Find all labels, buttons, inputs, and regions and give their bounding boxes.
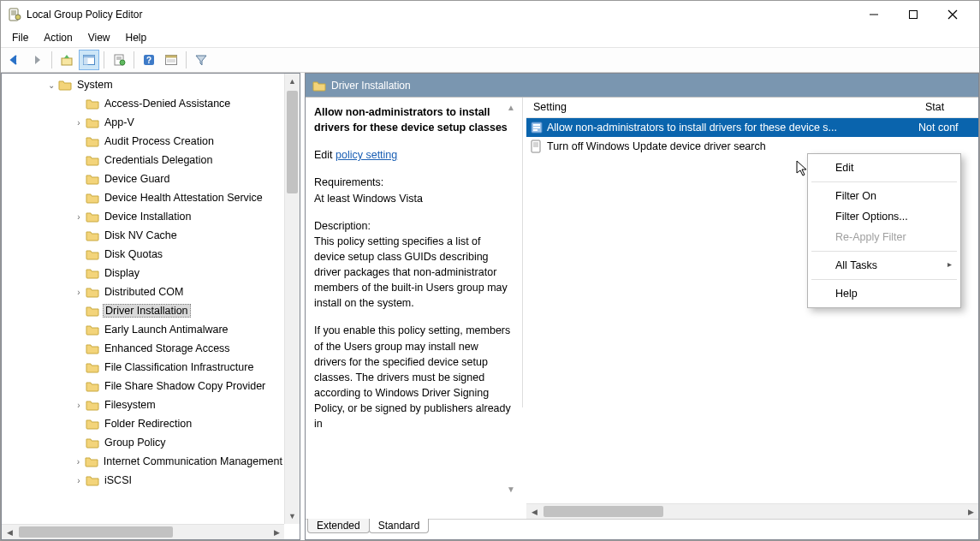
scroll-up-hint-icon[interactable]: ▲ [504, 101, 518, 115]
folder-icon [86, 379, 99, 393]
tree-item-label: File Classification Infrastructure [103, 361, 255, 373]
context-menu-item[interactable]: Filter Options... [810, 206, 959, 227]
tree-item-label: Group Policy [103, 437, 168, 449]
tree-item[interactable]: Device Guard [2, 169, 284, 188]
scroll-right-icon[interactable]: ▶ [269, 525, 284, 539]
folder-icon [86, 247, 99, 261]
title-bar: Local Group Policy Editor [1, 1, 979, 28]
list-horizontal-scrollbar[interactable]: ◀▶ [526, 503, 978, 519]
tree-item-label: Disk Quotas [103, 248, 164, 260]
tree-item[interactable]: ›iSCSI [2, 471, 284, 490]
scroll-thumb[interactable] [19, 526, 173, 538]
svg-rect-12 [84, 58, 88, 65]
tree-item[interactable]: Group Policy [2, 433, 284, 452]
menu-action[interactable]: Action [36, 30, 80, 45]
scroll-thumb[interactable] [543, 506, 663, 517]
help-button[interactable]: ? [139, 50, 159, 70]
tree[interactable]: ⌄ System Access-Denied Assistance›App-VA… [2, 74, 284, 491]
svg-rect-6 [910, 11, 918, 19]
tree-item-label: Device Health Attestation Service [103, 192, 264, 204]
scroll-thumb[interactable] [287, 91, 298, 193]
up-button[interactable] [56, 50, 77, 70]
tree-item[interactable]: ›Distributed COM [2, 282, 284, 301]
filter-button[interactable] [191, 50, 211, 70]
horizontal-scrollbar[interactable]: ◀▶ [2, 524, 284, 539]
tree-item-label: Display [103, 267, 141, 279]
scroll-left-icon[interactable]: ◀ [2, 525, 17, 539]
scroll-left-icon[interactable]: ◀ [526, 504, 542, 519]
collapse-icon[interactable]: ⌄ [45, 80, 58, 90]
expand-icon[interactable]: › [72, 212, 86, 222]
tree-item[interactable]: Device Health Attestation Service [2, 188, 284, 207]
tree-item[interactable]: Enhanced Storage Access [2, 339, 284, 358]
expand-icon[interactable]: › [72, 457, 85, 467]
tree-item[interactable]: Access-Denied Assistance [2, 94, 284, 113]
folder-icon [86, 285, 99, 299]
close-button[interactable] [933, 1, 972, 28]
tree-item[interactable]: File Share Shadow Copy Provider [2, 377, 284, 395]
tree-item[interactable]: Disk Quotas [2, 245, 284, 264]
edit-policy-link[interactable]: policy setting [336, 149, 397, 161]
tree-item[interactable]: Credentials Delegation [2, 151, 284, 169]
filter-panel-button[interactable] [161, 50, 181, 70]
tree-item-label: Device Installation [103, 211, 193, 223]
list-header[interactable]: Setting Stat [526, 98, 978, 118]
details-header: Driver Installation [306, 74, 978, 98]
tree-item-label: Audit Process Creation [103, 135, 216, 147]
maximize-button[interactable] [894, 1, 933, 28]
tree-item[interactable]: Audit Process Creation [2, 132, 284, 151]
expand-icon[interactable]: › [72, 401, 86, 410]
vertical-scrollbar[interactable]: ▲▼ [284, 74, 300, 524]
forward-button[interactable] [27, 50, 47, 70]
context-menu-item[interactable]: Help [810, 283, 959, 304]
tree-item[interactable]: Folder Redirection [2, 414, 284, 433]
window-title: Local Group Policy Editor [27, 9, 142, 21]
scroll-down-hint-icon[interactable]: ▼ [504, 483, 518, 496]
tree-item-label: Distributed COM [103, 286, 185, 298]
show-hide-tree-button[interactable] [79, 50, 99, 70]
tree-item[interactable]: ›Internet Communication Management [2, 452, 284, 471]
menu-file[interactable]: File [4, 30, 36, 45]
context-menu-item[interactable]: Filter On [810, 186, 959, 206]
tree-item[interactable]: File Classification Infrastructure [2, 358, 284, 377]
expand-icon[interactable]: › [72, 288, 86, 297]
tree-item[interactable]: Disk NV Cache [2, 226, 284, 245]
tree-item-label: App-V [103, 116, 136, 128]
menu-view[interactable]: View [80, 30, 118, 45]
list-row[interactable]: Allow non-administrators to install driv… [526, 118, 978, 137]
minimize-button[interactable] [854, 1, 894, 28]
description-label: Description: [314, 218, 511, 234]
folder-icon [86, 360, 99, 374]
context-menu-item[interactable]: All Tasks [810, 255, 959, 276]
tree-item[interactable]: ›Filesystem [2, 395, 284, 414]
scroll-right-icon[interactable]: ▶ [963, 504, 978, 519]
column-setting[interactable]: Setting [526, 98, 918, 117]
expand-icon[interactable]: › [72, 118, 86, 128]
scroll-up-icon[interactable]: ▲ [285, 74, 300, 89]
view-tabs: Extended Standard [306, 519, 978, 539]
folder-icon [86, 229, 99, 242]
tab-extended[interactable]: Extended [307, 519, 370, 533]
requirements-value: At least Windows Vista [314, 191, 511, 206]
back-button[interactable] [4, 50, 25, 70]
properties-button[interactable] [109, 50, 129, 70]
tree-item-system[interactable]: ⌄ System [2, 75, 284, 94]
tab-standard[interactable]: Standard [369, 519, 430, 533]
policy-icon [530, 121, 543, 134]
toolbar: ? [1, 47, 979, 73]
column-resizer[interactable] [520, 98, 526, 519]
context-menu-item[interactable]: Edit [810, 158, 959, 178]
tree-item-label: System [75, 79, 115, 91]
tree-item[interactable]: ›Device Installation [2, 207, 284, 226]
tree-item[interactable]: Display [2, 264, 284, 282]
menu-separator [811, 181, 957, 182]
scroll-down-icon[interactable]: ▼ [285, 508, 300, 524]
tree-item[interactable]: Early Launch Antimalware [2, 320, 284, 339]
menu-bar: File Action View Help [1, 28, 979, 47]
folder-icon [86, 473, 99, 487]
column-state[interactable]: Stat [918, 98, 978, 117]
tree-item[interactable]: Driver Installation [2, 301, 284, 320]
tree-item[interactable]: ›App-V [2, 113, 284, 132]
expand-icon[interactable]: › [72, 476, 86, 485]
menu-help[interactable]: Help [118, 30, 155, 45]
